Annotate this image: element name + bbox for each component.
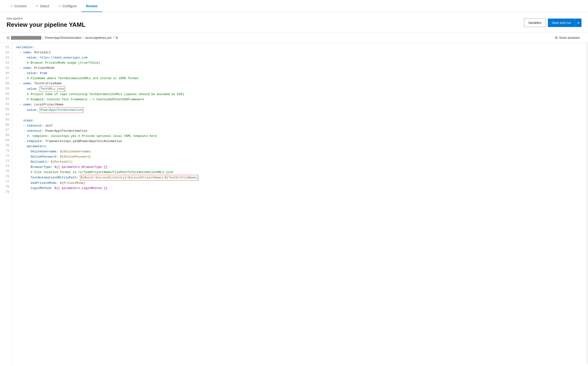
- code-line-77: UsePrivateMode: $(PrivateMode): [16, 181, 583, 186]
- code-line-56: value: true: [16, 71, 583, 76]
- ln-59: 59: [4, 86, 9, 91]
- red-box-76: $(Build.SourcesDirectory)\$(LocalProject…: [80, 175, 198, 181]
- show-assistant-label: Show assistant: [559, 36, 580, 39]
- ln-77: 77: [4, 179, 9, 184]
- show-assistant-button[interactable]: ⊟ Show assistant: [553, 35, 581, 40]
- path-sep-2: /: [83, 36, 84, 39]
- code-line-68: #- template: localsteps.yml # Provide op…: [16, 134, 583, 139]
- ln-60: 60: [4, 91, 9, 97]
- file-path: ⊙ ██████████████ / PowerAppsTestAutomati…: [7, 35, 118, 40]
- connect-check-icon: ✓: [10, 4, 13, 8]
- ln-64: 64: [4, 112, 9, 117]
- ln-69: 69: [4, 138, 9, 143]
- page-header: New pipeline Review your pipeline YAML V…: [0, 12, 588, 32]
- ln-72: 72: [4, 153, 9, 159]
- ln-58: 58: [4, 81, 9, 86]
- red-box-63: PowerAppsTestAutomation: [40, 107, 83, 113]
- modified-indicator: *: [113, 36, 114, 39]
- code-line-58: - name: TestUrlFileName: [16, 81, 583, 86]
- ln-57: 57: [4, 76, 9, 81]
- code-line-76: TestAutomationURLFilePath: $(Build.Sourc…: [16, 175, 583, 181]
- ln-62: 62: [4, 102, 9, 107]
- red-box-59: TestURLs.json: [40, 86, 65, 92]
- ln-55: 55: [4, 66, 9, 71]
- file-actions-icon[interactable]: ⊞: [115, 36, 118, 39]
- code-line-72: OnlinePassword: $(OnlinePassword): [16, 154, 583, 160]
- line-numbers: 51 52 53 54 55 56 57 58 59 60 61 62 63 6…: [0, 43, 12, 364]
- ln-78: 78: [4, 184, 9, 190]
- nav-step-connect-label: Connect: [14, 4, 27, 8]
- ln-68: 68: [4, 133, 9, 138]
- file-bar: ⊙ ██████████████ / PowerAppsTestAutomati…: [0, 32, 588, 43]
- save-and-run-button[interactable]: Save and run ▾: [548, 19, 581, 27]
- ln-71: 71: [4, 148, 9, 153]
- page-subtitle: New pipeline: [7, 17, 86, 20]
- select-check-icon: ✓: [36, 4, 38, 8]
- code-line-60: # Project name of repo containing TestAu…: [16, 92, 583, 97]
- code-line-79: [16, 191, 583, 196]
- ln-74: 74: [4, 164, 9, 169]
- ln-70: 70: [4, 143, 9, 148]
- header-left: New pipeline Review your pipeline YAML: [7, 17, 86, 28]
- nav-step-select[interactable]: ✓ Select: [31, 0, 54, 12]
- ln-56: 56: [4, 71, 9, 76]
- assistant-icon: ⊟: [555, 36, 558, 39]
- header-actions: Variables Save and run ▾: [524, 19, 581, 27]
- code-line-61: # Example: Contoso Test Framework --> Co…: [16, 97, 583, 102]
- code-line-59: value: TestURLs.json: [16, 86, 583, 92]
- code-line-65: steps:: [16, 118, 583, 123]
- code-line-51: variables:: [16, 45, 583, 50]
- code-line-64: [16, 113, 583, 118]
- nav-step-select-label: Select: [40, 4, 49, 8]
- code-line-71: OnlineUsername: $(OnlineUsername): [16, 149, 583, 154]
- code-line-62: - name: LocalProjectName: [16, 102, 583, 107]
- ln-61: 61: [4, 97, 9, 102]
- ln-65: 65: [4, 117, 9, 122]
- nav-step-configure[interactable]: ✓ Configure: [54, 0, 81, 12]
- ln-53: 53: [4, 55, 9, 60]
- code-line-52: - name: PortalUrl: [16, 50, 583, 55]
- ln-51: 51: [4, 45, 9, 50]
- save-run-chevron-icon[interactable]: ▾: [575, 19, 581, 27]
- code-line-74: BrowserType: ${{ parameters.BrowserType …: [16, 165, 583, 170]
- code-line-67: - checkout: PowerAppsTestAutomation: [16, 129, 583, 134]
- ln-54: 54: [4, 60, 9, 66]
- code-line-66: - checkout: self: [16, 123, 583, 129]
- nav-step-connect[interactable]: ✓ Connect: [6, 0, 31, 12]
- code-line-53: value: https://make.powerapps.com: [16, 55, 583, 60]
- ln-79: 79: [4, 190, 9, 195]
- page-title: Review your pipeline YAML: [7, 21, 86, 28]
- nav-step-configure-label: Configure: [62, 4, 77, 8]
- variables-button[interactable]: Variables: [524, 19, 545, 27]
- scrollbar[interactable]: [587, 43, 588, 364]
- code-text[interactable]: variables: - name: PortalUrl value: http…: [12, 43, 587, 364]
- github-icon: ⊙: [7, 35, 10, 40]
- nav-step-review[interactable]: Review: [81, 0, 102, 12]
- repo-path: PowerAppsTestAutomation: [45, 36, 82, 39]
- file-name: azure-pipelines.yml: [85, 36, 111, 39]
- wizard-nav: ✓ Connect ✓ Select ✓ Configure Review: [0, 0, 588, 12]
- code-line-73: OnlineUrl: $(PortalUrl): [16, 160, 583, 165]
- ln-76: 76: [4, 174, 9, 179]
- code-editor[interactable]: 51 52 53 54 55 56 57 58 59 60 61 62 63 6…: [0, 43, 588, 364]
- ln-52: 52: [4, 50, 9, 55]
- save-and-run-label: Save and run: [548, 21, 575, 25]
- ln-75: 75: [4, 169, 9, 174]
- code-line-55: - name: PrivateMode: [16, 66, 583, 71]
- path-sep-1: /: [43, 36, 44, 39]
- ln-66: 66: [4, 122, 9, 128]
- code-line-54: # Browser PrivateMode usage (true/false): [16, 60, 583, 66]
- code-line-78: LoginMethod: ${{ parameters.LoginMethod …: [16, 186, 583, 191]
- nav-step-review-label: Review: [86, 4, 97, 8]
- code-line-70: parameters:: [16, 144, 583, 149]
- code-line-63: value: PowerAppsTestAutomation: [16, 107, 583, 113]
- code-line-69: - template: frameworksteps.yml@PowerApps…: [16, 139, 583, 144]
- repo-name: ██████████████: [11, 36, 41, 39]
- configure-check-icon: ✓: [59, 4, 61, 8]
- code-line-75: # File location format is /s/TeamProject…: [16, 170, 583, 175]
- ln-67: 67: [4, 128, 9, 133]
- ln-63: 63: [4, 107, 9, 112]
- code-line-57: # FileName where TestAutomationURLs are …: [16, 76, 583, 81]
- ln-73: 73: [4, 159, 9, 164]
